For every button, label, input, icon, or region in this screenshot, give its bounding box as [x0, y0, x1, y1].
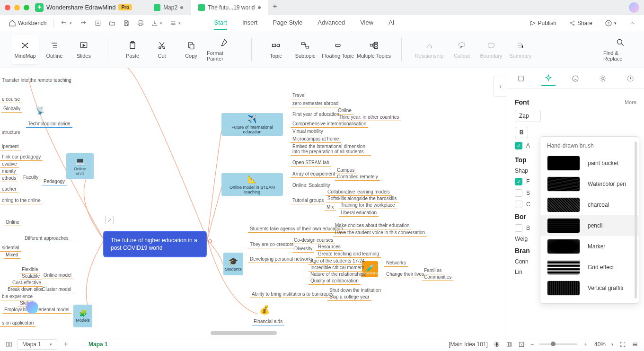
tool-relationship[interactable]: Relationship [412, 35, 446, 64]
node[interactable]: Communities [422, 273, 453, 281]
zoom-slider[interactable] [539, 343, 577, 345]
rp-tab-clipart[interactable] [595, 71, 610, 86]
topic-online-steam[interactable]: 📐Online model in STEAM teaching [221, 173, 283, 196]
node[interactable]: Mixed [4, 251, 20, 259]
node[interactable]: Quality of collaboration [309, 277, 361, 285]
brush-watercolor[interactable]: Watercolor pen [540, 174, 639, 194]
node[interactable]: Tutorial groups [291, 197, 326, 204]
workbench-button[interactable]: Workbench [6, 18, 49, 29]
rp-tab-theme[interactable] [541, 71, 556, 86]
new-button[interactable] [92, 18, 104, 28]
tool-cut[interactable]: Cut [148, 35, 176, 64]
node[interactable]: Controlled remotely [335, 173, 380, 181]
brush-scrollbar[interactable] [635, 141, 637, 298]
auto-checkbox[interactable]: ✓ [515, 142, 522, 149]
more-button[interactable]: ▾ [167, 18, 184, 28]
node[interactable]: oning to the online [0, 197, 43, 204]
node[interactable]: First year of education [291, 111, 341, 118]
topic-future-intl[interactable]: ✈️Future of international education [221, 113, 283, 136]
brush-charcoal[interactable]: charcoal [540, 194, 639, 215]
font-more[interactable]: More [625, 99, 636, 105]
rp-tab-style[interactable] [513, 71, 529, 86]
f-checkbox[interactable]: ✓ [515, 178, 522, 185]
node[interactable]: Pedagogy [42, 178, 67, 185]
node[interactable]: zero semester abroad [291, 100, 340, 107]
fullscreen-icon[interactable] [619, 341, 626, 348]
brush-paint-bucket[interactable]: paint bucket [540, 153, 639, 174]
node[interactable]: Online [4, 219, 21, 226]
maximize-window[interactable] [24, 5, 29, 10]
redo-button[interactable] [77, 18, 90, 28]
c-checkbox[interactable] [515, 201, 522, 208]
zoom-level[interactable]: 40% [594, 341, 606, 348]
menu-tab-ai[interactable]: AI [388, 16, 394, 30]
undo-button[interactable]: ▾ [57, 18, 75, 28]
node[interactable]: Microcampus at home [291, 135, 341, 143]
node[interactable]: periential model [34, 306, 71, 314]
layers-icon[interactable] [632, 341, 638, 348]
publish-button[interactable]: Publish [527, 18, 559, 28]
node[interactable]: Diversity [292, 245, 314, 253]
horizontal-scrollbar[interactable] [211, 331, 277, 335]
globe-icon[interactable] [494, 341, 500, 348]
brush-pencil[interactable]: pencil [540, 215, 639, 236]
node[interactable]: Cluster model [40, 286, 73, 293]
node[interactable]: Faculty [21, 174, 40, 181]
tool-topic[interactable]: Topic [262, 35, 290, 64]
node[interactable]: sidential [0, 244, 21, 252]
node[interactable]: ipement [0, 143, 21, 150]
tab-future[interactable]: The futu...19 world [191, 0, 268, 15]
fit-icon[interactable] [518, 341, 525, 348]
node[interactable]: Have the student voice in this conversat… [333, 229, 427, 237]
node[interactable]: Resources [316, 243, 343, 251]
node[interactable]: Ability to bring institutions to bankrup… [250, 290, 335, 298]
tool-subtopic[interactable]: Subtopic [291, 35, 319, 64]
node[interactable]: e course [0, 96, 22, 103]
columns-icon[interactable] [506, 341, 512, 348]
rp-tab-history[interactable] [623, 71, 638, 86]
menu-tab-start[interactable]: Start [214, 16, 227, 30]
node[interactable]: eacher [0, 185, 18, 193]
node[interactable]: Students take agency of their own educat… [248, 225, 345, 233]
node[interactable]: Transfer into the remote teaching [0, 77, 73, 84]
node[interactable]: Globally [1, 105, 22, 113]
node[interactable]: structure [0, 129, 22, 136]
node[interactable]: Financial aids [252, 318, 284, 325]
rp-tab-icon[interactable] [568, 71, 583, 86]
tool-format-painter[interactable]: Format Painter [207, 35, 241, 64]
node[interactable]: hink our pedagogy [0, 153, 43, 161]
tool-callout[interactable]: Callout [448, 35, 476, 64]
collapse-toggle[interactable]: ⤢ [105, 216, 114, 224]
tool-boundary[interactable]: Boundary [477, 35, 505, 64]
node[interactable]: Virtual mobility [291, 128, 325, 135]
user-avatar[interactable] [629, 2, 639, 13]
tool-multiple[interactable]: Multiple Topics [357, 35, 391, 64]
node[interactable]: Change their lives [384, 271, 426, 278]
active-sheet-name[interactable]: Mapa 1 [88, 341, 108, 348]
zoom-in-button[interactable]: ＋ [583, 340, 589, 348]
b-checkbox[interactable] [515, 224, 522, 232]
main-topic[interactable]: The future of higher education in a post… [104, 232, 206, 256]
topic-students[interactable]: 🎓Students [223, 253, 243, 275]
node[interactable]: munity [0, 167, 18, 175]
node[interactable]: ovative [0, 160, 19, 168]
node[interactable]: Comprehensive internationalisation [291, 120, 368, 128]
node[interactable]: They are co-creators [248, 241, 295, 248]
close-window[interactable] [5, 5, 10, 10]
share-button[interactable]: Share [566, 18, 595, 28]
collapse-ribbon-button[interactable] [626, 18, 638, 28]
tool-floating[interactable]: Floating Topic [321, 35, 355, 64]
add-sheet-button[interactable]: ＋ [62, 339, 70, 349]
brush-vertical[interactable]: Vertical graffiti [540, 278, 639, 298]
save-button[interactable] [120, 18, 132, 28]
node[interactable]: Open STEAM lab [291, 159, 331, 167]
brush-grid[interactable]: Grid effect [540, 257, 639, 278]
tab-map2[interactable]: Map2 [146, 0, 191, 15]
tool-copy[interactable]: Copy [177, 35, 205, 64]
tool-slides[interactable]: Slides [70, 35, 97, 64]
menu-tab-advanced[interactable]: Advanced [318, 16, 345, 30]
help-button[interactable]: ?▾ [602, 18, 619, 29]
sheet-selector[interactable]: Mapa 1▾ [17, 339, 57, 350]
node[interactable]: Online model [42, 272, 73, 279]
node[interactable]: Embed the international dimension into t… [291, 143, 371, 156]
